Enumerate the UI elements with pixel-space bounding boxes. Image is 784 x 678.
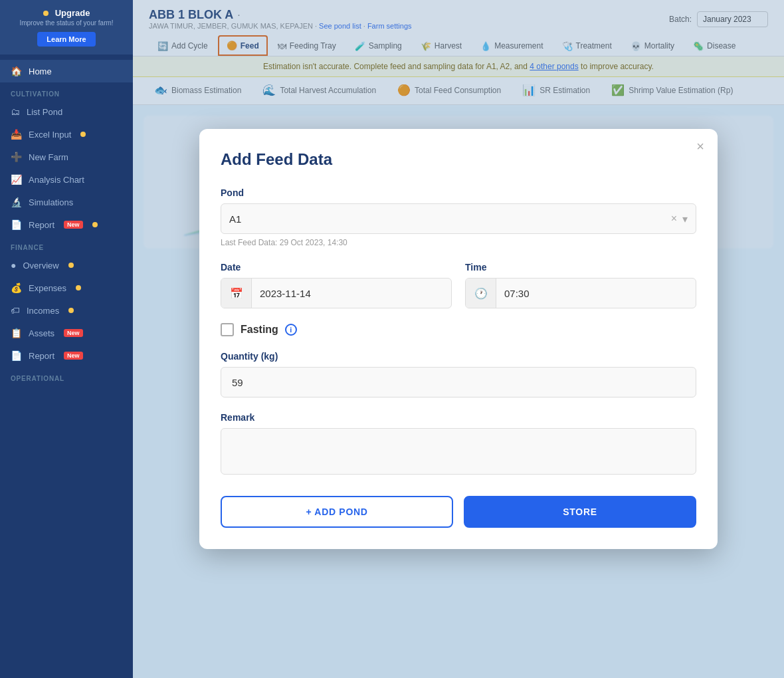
sidebar-item-assets[interactable]: 📋 Assets New	[0, 322, 133, 344]
assets-icon: 📋	[11, 328, 22, 338]
sidebar-report-cult-label: Report	[29, 220, 54, 230]
pond-select-wrapper[interactable]: A1 × ▾	[221, 203, 696, 234]
sidebar-assets-label: Assets	[29, 328, 54, 338]
sidebar-incomes-label: Incomes	[27, 306, 59, 316]
upgrade-title: Upgrade	[55, 8, 90, 18]
modal-close-button[interactable]: ×	[696, 140, 704, 153]
sidebar-item-list-pond[interactable]: 🗂 List Pond	[0, 100, 133, 123]
pond-clear-icon[interactable]: ×	[671, 213, 677, 225]
quantity-input[interactable]	[221, 367, 696, 397]
time-input-wrapper: 🕐	[465, 278, 696, 308]
last-feed-info: Last Feed Data: 29 Oct 2023, 14:30	[221, 238, 696, 247]
report-cult-icon: 📄	[11, 219, 22, 230]
sidebar-item-incomes[interactable]: 🏷 Incomes	[0, 299, 133, 322]
fasting-label: Fasting	[241, 324, 278, 336]
time-group: Time 🕐	[465, 262, 696, 308]
calendar-icon: 📅	[221, 279, 252, 308]
sidebar-item-simulations[interactable]: 🔬 Simulations	[0, 191, 133, 213]
learn-more-button[interactable]: Learn More	[37, 32, 95, 47]
modal-overlay: × Add Feed Data Pond A1 × ▾ Last Feed Da…	[133, 0, 784, 678]
assets-new-badge: New	[64, 329, 83, 337]
main-content: ABB 1 BLOK A · JAWA TIMUR, JEMBER, GUMUK…	[133, 0, 784, 678]
modal-footer: + ADD POND STORE	[221, 496, 696, 528]
overview-icon: ●	[11, 260, 16, 271]
remark-label: Remark	[221, 412, 696, 423]
add-feed-modal: × Add Feed Data Pond A1 × ▾ Last Feed Da…	[199, 129, 718, 549]
sidebar-fin-report-label: Report	[29, 351, 54, 361]
report-new-badge: New	[64, 221, 83, 229]
finance-section-label: FINANCE	[0, 236, 133, 254]
sidebar-item-expenses[interactable]: 💰 Expenses	[0, 277, 133, 299]
overview-badge	[68, 263, 74, 268]
add-pond-button[interactable]: + ADD POND	[221, 496, 453, 528]
sidebar-item-report-cultivation[interactable]: 📄 Report New	[0, 213, 133, 236]
excel-input-badge	[80, 132, 86, 137]
time-input[interactable]	[496, 288, 696, 299]
report-yellow-badge	[92, 222, 98, 227]
incomes-badge	[68, 308, 74, 313]
store-button[interactable]: STORE	[464, 496, 696, 528]
date-time-row: Date 📅 Time 🕐	[221, 262, 696, 308]
date-group: Date 📅	[221, 262, 452, 308]
sidebar-item-home-label: Home	[29, 66, 52, 76]
analysis-chart-icon: 📈	[11, 174, 22, 185]
operational-section-label: OPERATIONAL	[0, 367, 133, 385]
home-icon: 🏠	[11, 66, 22, 76]
fasting-row: Fasting i	[221, 323, 696, 336]
sidebar-expenses-label: Expenses	[29, 283, 66, 293]
pond-form-group: Pond A1 × ▾ Last Feed Data: 29 Oct 2023,…	[221, 187, 696, 247]
remark-form-group: Remark	[221, 412, 696, 477]
sidebar: Upgrade Improve the status of your farm!…	[0, 0, 133, 678]
sidebar-list-pond-label: List Pond	[27, 107, 62, 117]
sidebar-item-excel-input[interactable]: 📥 Excel Input	[0, 123, 133, 146]
excel-input-icon: 📥	[11, 129, 22, 140]
fin-report-new-badge: New	[64, 352, 83, 360]
sidebar-analysis-chart-label: Analysis Chart	[29, 175, 84, 185]
upgrade-subtitle: Improve the status of your farm!	[11, 19, 122, 27]
sidebar-item-overview[interactable]: ● Overview	[0, 254, 133, 277]
fasting-info-icon[interactable]: i	[285, 324, 297, 336]
date-input-wrapper: 📅	[221, 278, 452, 308]
sidebar-nav: 🏠 Home CULTIVATION 🗂 List Pond 📥 Excel I…	[0, 55, 133, 390]
fin-report-icon: 📄	[11, 350, 22, 361]
sidebar-overview-label: Overview	[23, 261, 58, 271]
sidebar-item-home[interactable]: 🏠 Home	[0, 60, 133, 82]
list-pond-icon: 🗂	[11, 106, 20, 117]
new-farm-icon: ➕	[11, 152, 22, 162]
upgrade-dot-icon	[43, 11, 49, 16]
date-input[interactable]	[252, 288, 451, 299]
upgrade-section: Upgrade Improve the status of your farm!…	[0, 0, 133, 55]
sidebar-item-fin-report[interactable]: 📄 Report New	[0, 344, 133, 367]
simulations-icon: 🔬	[11, 197, 22, 207]
expenses-badge	[76, 285, 81, 290]
pond-select-value: A1	[229, 213, 671, 225]
fasting-checkbox[interactable]	[221, 323, 234, 336]
pond-label: Pond	[221, 187, 696, 198]
clock-icon: 🕐	[466, 279, 496, 308]
modal-title: Add Feed Data	[221, 150, 696, 169]
sidebar-item-analysis-chart[interactable]: 📈 Analysis Chart	[0, 168, 133, 191]
incomes-icon: 🏷	[11, 305, 20, 316]
sidebar-item-new-farm[interactable]: ➕ New Farm	[0, 146, 133, 168]
time-label: Time	[465, 262, 696, 273]
pond-select-actions: × ▾	[671, 213, 688, 225]
sidebar-excel-input-label: Excel Input	[29, 130, 71, 140]
date-label: Date	[221, 262, 452, 273]
cultivation-section-label: CULTIVATION	[0, 82, 133, 100]
remark-textarea[interactable]	[221, 428, 696, 475]
quantity-label: Quantity (kg)	[221, 351, 696, 362]
sidebar-simulations-label: Simulations	[29, 197, 73, 207]
sidebar-new-farm-label: New Farm	[29, 152, 68, 162]
expenses-icon: 💰	[11, 282, 22, 293]
pond-dropdown-icon[interactable]: ▾	[682, 213, 688, 225]
quantity-form-group: Quantity (kg)	[221, 351, 696, 397]
